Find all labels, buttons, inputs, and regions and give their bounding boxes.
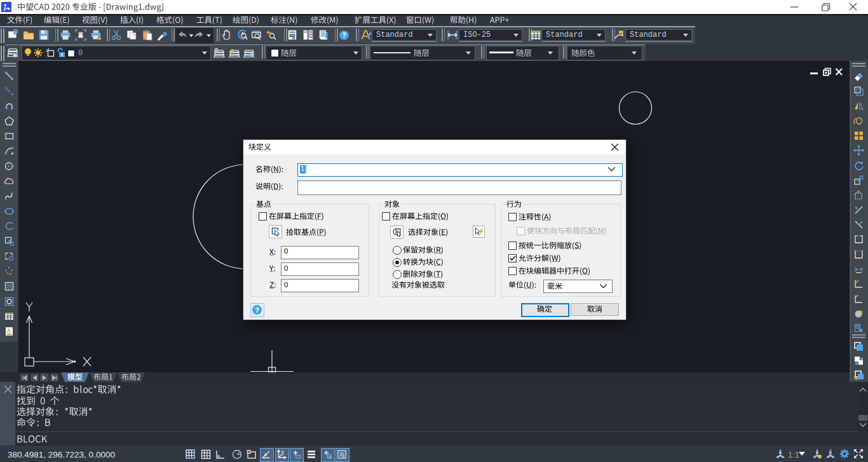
svg-text:?: ? (255, 306, 259, 313)
svg-text:?: ? (342, 31, 346, 39)
